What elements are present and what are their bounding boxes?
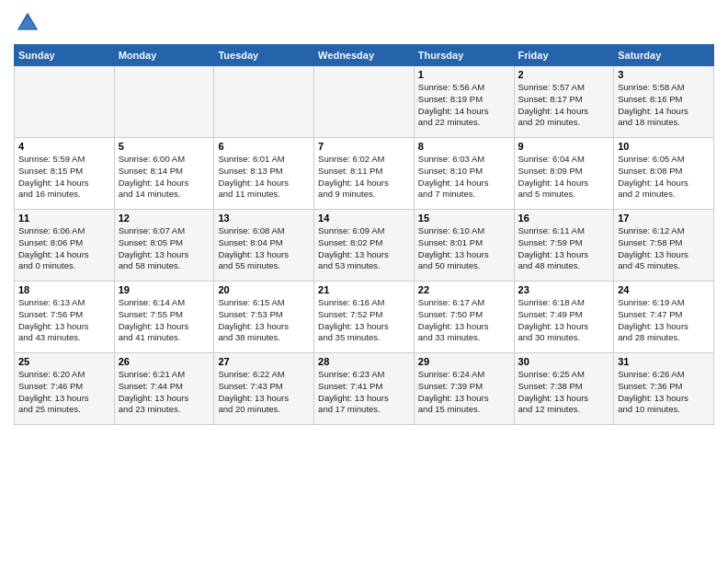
day-number: 22	[418, 284, 510, 295]
day-cell: 25Sunrise: 6:20 AM Sunset: 7:46 PM Dayli…	[15, 353, 115, 425]
day-cell: 20Sunrise: 6:15 AM Sunset: 7:53 PM Dayli…	[214, 282, 314, 353]
day-cell: 22Sunrise: 6:17 AM Sunset: 7:50 PM Dayli…	[414, 282, 514, 353]
week-row-5: 25Sunrise: 6:20 AM Sunset: 7:46 PM Dayli…	[15, 353, 714, 425]
week-row-4: 18Sunrise: 6:13 AM Sunset: 7:56 PM Dayli…	[15, 282, 714, 353]
day-number: 10	[618, 141, 710, 152]
day-number: 27	[218, 356, 310, 367]
day-number: 15	[418, 213, 510, 224]
col-header-friday: Friday	[514, 45, 614, 66]
day-number: 24	[618, 284, 710, 295]
day-info: Sunrise: 5:59 AM Sunset: 8:15 PM Dayligh…	[18, 154, 110, 201]
day-cell: 28Sunrise: 6:23 AM Sunset: 7:41 PM Dayli…	[314, 353, 415, 425]
day-info: Sunrise: 6:24 AM Sunset: 7:39 PM Dayligh…	[418, 369, 510, 416]
day-number: 7	[318, 141, 410, 152]
day-info: Sunrise: 6:20 AM Sunset: 7:46 PM Dayligh…	[18, 369, 110, 416]
day-number: 30	[518, 356, 610, 367]
day-cell: 30Sunrise: 6:25 AM Sunset: 7:38 PM Dayli…	[514, 353, 614, 425]
day-info: Sunrise: 6:03 AM Sunset: 8:10 PM Dayligh…	[418, 154, 510, 201]
day-number: 14	[318, 213, 410, 224]
day-info: Sunrise: 6:08 AM Sunset: 8:04 PM Dayligh…	[218, 225, 310, 272]
day-cell: 8Sunrise: 6:03 AM Sunset: 8:10 PM Daylig…	[414, 138, 514, 210]
day-info: Sunrise: 5:57 AM Sunset: 8:17 PM Dayligh…	[518, 82, 610, 129]
day-cell: 26Sunrise: 6:21 AM Sunset: 7:44 PM Dayli…	[114, 353, 214, 425]
day-cell: 6Sunrise: 6:01 AM Sunset: 8:13 PM Daylig…	[214, 138, 314, 210]
day-info: Sunrise: 6:25 AM Sunset: 7:38 PM Dayligh…	[518, 369, 610, 416]
day-cell: 7Sunrise: 6:02 AM Sunset: 8:11 PM Daylig…	[314, 138, 415, 210]
day-cell: 12Sunrise: 6:07 AM Sunset: 8:05 PM Dayli…	[114, 210, 214, 282]
col-header-tuesday: Tuesday	[214, 45, 314, 66]
day-number: 29	[418, 356, 510, 367]
day-info: Sunrise: 6:06 AM Sunset: 8:06 PM Dayligh…	[18, 225, 110, 272]
week-row-3: 11Sunrise: 6:06 AM Sunset: 8:06 PM Dayli…	[15, 210, 714, 282]
day-cell: 11Sunrise: 6:06 AM Sunset: 8:06 PM Dayli…	[15, 210, 115, 282]
day-info: Sunrise: 6:19 AM Sunset: 7:47 PM Dayligh…	[618, 297, 710, 344]
day-cell: 2Sunrise: 5:57 AM Sunset: 8:17 PM Daylig…	[514, 66, 614, 138]
col-header-sunday: Sunday	[15, 45, 115, 66]
header	[14, 9, 714, 37]
day-cell: 17Sunrise: 6:12 AM Sunset: 7:58 PM Dayli…	[614, 210, 714, 282]
day-cell: 27Sunrise: 6:22 AM Sunset: 7:43 PM Dayli…	[214, 353, 314, 425]
week-row-1: 1Sunrise: 5:56 AM Sunset: 8:19 PM Daylig…	[15, 66, 714, 138]
day-number: 17	[618, 213, 710, 224]
day-info: Sunrise: 6:14 AM Sunset: 7:55 PM Dayligh…	[119, 297, 210, 344]
day-info: Sunrise: 5:56 AM Sunset: 8:19 PM Dayligh…	[418, 82, 510, 129]
day-number: 3	[618, 69, 710, 80]
day-number: 8	[418, 141, 510, 152]
day-cell: 1Sunrise: 5:56 AM Sunset: 8:19 PM Daylig…	[414, 66, 514, 138]
day-cell: 16Sunrise: 6:11 AM Sunset: 7:59 PM Dayli…	[514, 210, 614, 282]
day-info: Sunrise: 6:05 AM Sunset: 8:08 PM Dayligh…	[618, 154, 710, 201]
calendar-table: SundayMondayTuesdayWednesdayThursdayFrid…	[14, 44, 714, 425]
day-cell: 23Sunrise: 6:18 AM Sunset: 7:49 PM Dayli…	[514, 282, 614, 353]
day-info: Sunrise: 6:09 AM Sunset: 8:02 PM Dayligh…	[318, 225, 410, 272]
day-info: Sunrise: 6:04 AM Sunset: 8:09 PM Dayligh…	[518, 154, 610, 201]
day-info: Sunrise: 5:58 AM Sunset: 8:16 PM Dayligh…	[618, 82, 710, 129]
logo-icon	[14, 9, 41, 37]
col-header-monday: Monday	[114, 45, 214, 66]
day-info: Sunrise: 6:16 AM Sunset: 7:52 PM Dayligh…	[318, 297, 410, 344]
day-number: 19	[119, 284, 210, 295]
col-header-wednesday: Wednesday	[314, 45, 415, 66]
day-number: 9	[518, 141, 610, 152]
day-cell	[114, 66, 214, 138]
day-cell	[214, 66, 314, 138]
day-number: 4	[18, 141, 110, 152]
day-number: 28	[318, 356, 410, 367]
day-cell	[314, 66, 415, 138]
day-info: Sunrise: 6:01 AM Sunset: 8:13 PM Dayligh…	[218, 154, 310, 201]
day-number: 20	[218, 284, 310, 295]
day-number: 18	[18, 284, 110, 295]
day-info: Sunrise: 6:11 AM Sunset: 7:59 PM Dayligh…	[518, 225, 610, 272]
day-cell: 15Sunrise: 6:10 AM Sunset: 8:01 PM Dayli…	[414, 210, 514, 282]
day-cell: 10Sunrise: 6:05 AM Sunset: 8:08 PM Dayli…	[614, 138, 714, 210]
day-number: 26	[119, 356, 210, 367]
day-info: Sunrise: 6:22 AM Sunset: 7:43 PM Dayligh…	[218, 369, 310, 416]
day-number: 13	[218, 213, 310, 224]
day-info: Sunrise: 6:13 AM Sunset: 7:56 PM Dayligh…	[18, 297, 110, 344]
day-cell: 18Sunrise: 6:13 AM Sunset: 7:56 PM Dayli…	[15, 282, 115, 353]
day-info: Sunrise: 6:02 AM Sunset: 8:11 PM Dayligh…	[318, 154, 410, 201]
day-cell: 5Sunrise: 6:00 AM Sunset: 8:14 PM Daylig…	[114, 138, 214, 210]
day-info: Sunrise: 6:21 AM Sunset: 7:44 PM Dayligh…	[119, 369, 210, 416]
day-cell: 24Sunrise: 6:19 AM Sunset: 7:47 PM Dayli…	[614, 282, 714, 353]
week-row-2: 4Sunrise: 5:59 AM Sunset: 8:15 PM Daylig…	[15, 138, 714, 210]
day-cell: 9Sunrise: 6:04 AM Sunset: 8:09 PM Daylig…	[514, 138, 614, 210]
day-number: 16	[518, 213, 610, 224]
day-number: 6	[218, 141, 310, 152]
day-number: 1	[418, 69, 510, 80]
day-cell: 13Sunrise: 6:08 AM Sunset: 8:04 PM Dayli…	[214, 210, 314, 282]
col-header-thursday: Thursday	[414, 45, 514, 66]
day-cell: 3Sunrise: 5:58 AM Sunset: 8:16 PM Daylig…	[614, 66, 714, 138]
day-cell: 29Sunrise: 6:24 AM Sunset: 7:39 PM Dayli…	[414, 353, 514, 425]
day-info: Sunrise: 6:26 AM Sunset: 7:36 PM Dayligh…	[618, 369, 710, 416]
day-cell	[15, 66, 115, 138]
day-cell: 19Sunrise: 6:14 AM Sunset: 7:55 PM Dayli…	[114, 282, 214, 353]
day-info: Sunrise: 6:10 AM Sunset: 8:01 PM Dayligh…	[418, 225, 510, 272]
day-cell: 31Sunrise: 6:26 AM Sunset: 7:36 PM Dayli…	[614, 353, 714, 425]
day-info: Sunrise: 6:12 AM Sunset: 7:58 PM Dayligh…	[618, 225, 710, 272]
day-number: 2	[518, 69, 610, 80]
header-row: SundayMondayTuesdayWednesdayThursdayFrid…	[15, 45, 714, 66]
day-number: 11	[18, 213, 110, 224]
page: SundayMondayTuesdayWednesdayThursdayFrid…	[0, 0, 728, 563]
day-number: 12	[119, 213, 210, 224]
logo	[14, 9, 45, 37]
